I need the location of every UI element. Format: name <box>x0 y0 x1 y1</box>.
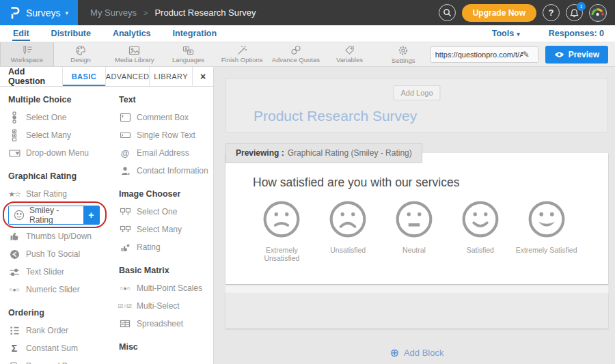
sidebar-column-1: Multiple Choice Select One Select Many <box>8 88 116 364</box>
section-image-chooser: Image Chooser <box>119 189 213 199</box>
question-text[interactable]: How satisfied are you with our services <box>253 176 608 190</box>
toolbar-languages[interactable]: Languages <box>161 42 215 66</box>
smiley-smile-icon <box>461 199 500 239</box>
sidebar-body: Multiple Choice Select One Select Many <box>0 87 213 364</box>
section-basic-matrix: Basic Matrix <box>119 266 213 275</box>
qtype-push-to-social[interactable]: Push To Social <box>8 245 116 263</box>
questionpro-logo-icon <box>8 5 20 20</box>
qtype-text-slider[interactable]: Text Slider <box>8 263 116 281</box>
notifications-button[interactable]: 1 <box>566 4 583 21</box>
search-button[interactable] <box>439 4 456 21</box>
account-avatar[interactable] <box>589 4 607 22</box>
tools-menu[interactable]: Tools▾ <box>492 29 520 38</box>
tab-edit[interactable]: Edit <box>12 27 30 41</box>
toolbar-design[interactable]: Design <box>54 42 108 66</box>
qtype-select-one[interactable]: Select One <box>8 109 116 126</box>
toolbar-media-library[interactable]: Media Library <box>107 42 161 66</box>
question-preview-card: How satisfied are you with our services … <box>226 153 608 284</box>
chain-links-icon <box>290 45 301 55</box>
qtype-star-rating[interactable]: ★☆ Star Rating <box>8 185 116 203</box>
palette-icon <box>75 45 86 55</box>
qtype-spreadsheet[interactable]: Spreadsheet <box>119 315 213 333</box>
qtype-comment-box[interactable]: Comment Box <box>119 109 213 126</box>
slider-icon <box>8 268 20 277</box>
sidebar-tab-bar: Add Question BASIC ADVANCED LIBRARY × <box>0 67 213 87</box>
qtype-dropdown-menu[interactable]: Drop-down Menu <box>8 144 116 162</box>
qtype-contact-information[interactable]: Contact Information <box>119 162 213 180</box>
previewing-label: Previewing : <box>236 148 284 158</box>
qtype-thumbs-up-down[interactable]: Thumbs Up/Down <box>8 227 116 245</box>
breadcrumb-current: Product Research Survey <box>154 8 256 18</box>
tab-distribute[interactable]: Distribute <box>51 27 92 41</box>
tab-advanced[interactable]: ADVANCED <box>106 67 150 86</box>
block-footer-strip <box>226 284 608 293</box>
toolbar-settings[interactable]: Settings <box>377 42 430 66</box>
brand-menu[interactable]: Surveys ▾ <box>0 0 78 25</box>
smiley-frown-icon <box>328 199 368 239</box>
thumb-icon <box>8 231 20 242</box>
drag-drop-icon <box>8 361 20 364</box>
avatar-gauge-icon <box>590 5 605 20</box>
smiley-option-satisfied[interactable]: Satisfied <box>447 199 513 262</box>
smiley-option-extremely-satisfied[interactable]: Extremely Satisfied <box>513 199 579 262</box>
survey-canvas: Add Logo Product Research Survey Preview… <box>214 67 615 364</box>
survey-url-box: ✎ <box>430 46 538 63</box>
smiley-option-extremely-unsatisfied[interactable]: Extremely Unsatisfied <box>249 199 315 262</box>
previewing-value: Graphical Rating (Smiley - Rating) <box>288 148 412 158</box>
breadcrumb-parent[interactable]: My Surveys <box>90 8 137 18</box>
qtype-image-select-many[interactable]: Select Many <box>119 221 213 238</box>
help-button[interactable]: ? <box>543 4 560 21</box>
qtype-rank-order[interactable]: Rank Order <box>8 322 116 339</box>
qtype-multi-select[interactable]: ☑○☑ Multi-Select <box>119 297 213 315</box>
close-sidebar-button[interactable]: × <box>193 67 213 86</box>
qtype-multi-point-scales[interactable]: ○●○ Multi-Point Scales <box>119 279 213 297</box>
qtype-single-row-text[interactable]: Single Row Text <box>119 126 213 144</box>
toolbar-finish-options[interactable]: Finish Options <box>215 42 269 66</box>
add-question-sidebar: Add Question BASIC ADVANCED LIBRARY × Mu… <box>0 67 214 364</box>
qtype-numeric-slider[interactable]: ○●○ Numeric Slider <box>8 281 116 298</box>
responses-count[interactable]: Responses: 0 <box>549 29 604 38</box>
notification-badge: 1 <box>577 2 586 11</box>
tab-analytics[interactable]: Analytics <box>112 27 152 41</box>
edit-url-icon[interactable]: ✎ <box>523 50 530 59</box>
breadcrumb-separator: > <box>144 9 148 17</box>
tab-library[interactable]: LIBRARY <box>150 67 193 86</box>
magic-wand-icon <box>236 45 247 55</box>
section-multiple-choice: Multiple Choice <box>8 95 116 104</box>
qtype-select-many[interactable]: Select Many <box>8 126 116 144</box>
qtype-email-address[interactable]: @ Email Address <box>119 144 213 162</box>
add-block-button[interactable]: ⊕ Add Block <box>226 346 608 359</box>
add-smiley-question-button[interactable]: + <box>83 206 99 225</box>
tab-basic[interactable]: BASIC <box>63 67 106 86</box>
toolbar-right: ✎ Preview <box>430 42 615 66</box>
rank-order-icon <box>8 326 20 335</box>
question-block: Previewing : Graphical Rating (Smiley - … <box>226 153 608 328</box>
star-rating-icon: ★☆ <box>8 190 20 199</box>
tab-integration[interactable]: Integration <box>172 27 218 41</box>
at-sign-icon: @ <box>119 148 131 158</box>
survey-url-input[interactable] <box>435 51 523 59</box>
toolbar-variables[interactable]: Variables <box>323 42 377 66</box>
tag-icon <box>344 45 355 55</box>
plus-circle-icon: ⊕ <box>390 346 399 359</box>
toolbar-advance-quotas[interactable]: Advance Quotas <box>269 42 323 66</box>
qtype-image-rating[interactable]: Rating <box>119 238 213 256</box>
qtype-smiley-rating-selected[interactable]: Smiley - Rating + <box>8 206 100 225</box>
survey-title[interactable]: Product Research Survey <box>254 108 417 124</box>
topbar-actions: Upgrade Now ? 1 <box>439 4 615 22</box>
qtype-image-select-one[interactable]: Select One <box>119 203 213 221</box>
smiley-options-row: Extremely Unsatisfied Unsatisfied <box>226 190 608 262</box>
content-area: Add Question BASIC ADVANCED LIBRARY × Mu… <box>0 67 615 364</box>
gear-icon <box>398 45 409 56</box>
survey-nav: Edit Distribute Analytics Integration To… <box>0 25 615 42</box>
toolbar-workspace[interactable]: Workspace <box>0 42 54 66</box>
radio-stack-icon <box>8 111 20 124</box>
sidebar-column-2: Text Comment Box Single Row Text <box>116 88 213 364</box>
smiley-option-unsatisfied[interactable]: Unsatisfied <box>315 199 381 262</box>
add-logo-button[interactable]: Add Logo <box>393 85 440 100</box>
qtype-drag-and-drop[interactable]: Drag and Drop <box>8 357 116 364</box>
preview-button[interactable]: Preview <box>545 46 608 64</box>
qtype-constant-sum[interactable]: Σ Constant Sum <box>8 339 116 357</box>
smiley-option-neutral[interactable]: Neutral <box>381 199 448 262</box>
upgrade-now-button[interactable]: Upgrade Now <box>462 4 536 22</box>
